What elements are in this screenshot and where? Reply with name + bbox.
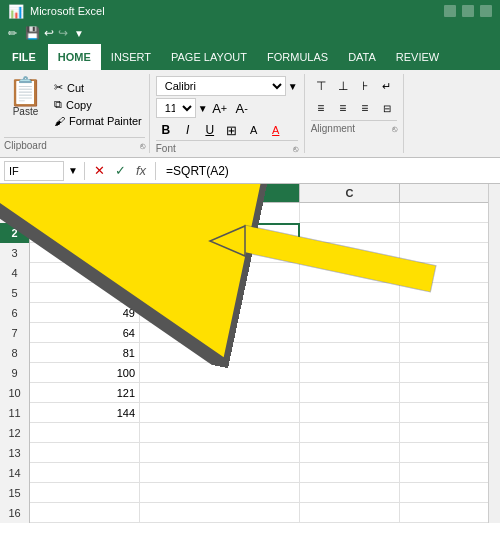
clipboard-expand-icon[interactable]: ⎋ (140, 141, 145, 151)
cell-b12[interactable] (140, 423, 300, 443)
cell-a13[interactable] (30, 443, 140, 463)
align-right-button[interactable]: ≡ (355, 98, 375, 118)
cell-b8[interactable] (140, 343, 300, 363)
close-icon[interactable] (480, 5, 492, 17)
border-button[interactable]: ⊞ (222, 120, 242, 140)
tab-page-layout[interactable]: PAGE LAYOUT (161, 44, 257, 70)
cell-c5[interactable] (300, 283, 400, 303)
cell-b7[interactable] (140, 323, 300, 343)
cell-a6[interactable]: 49 (30, 303, 140, 323)
font-color-button[interactable]: A (266, 120, 286, 140)
font-name-dropdown[interactable]: ▼ (288, 81, 298, 92)
cell-c9[interactable] (300, 363, 400, 383)
cell-b1[interactable]: Square Root (140, 203, 300, 223)
cut-button[interactable]: ✂ Cut (51, 80, 145, 95)
cell-a14[interactable] (30, 463, 140, 483)
merge-cells-button[interactable]: ⊟ (377, 98, 397, 118)
formula-input[interactable] (162, 164, 496, 178)
font-name-select[interactable]: Calibri (156, 76, 286, 96)
quick-access-dropdown[interactable]: ▼ (74, 28, 84, 39)
cell-a16[interactable] (30, 503, 140, 523)
redo-icon[interactable]: ↪ (58, 26, 68, 40)
cell-c4[interactable] (300, 263, 400, 283)
cell-b11[interactable] (140, 403, 300, 423)
cell-b16[interactable] (140, 503, 300, 523)
cell-b5[interactable] (140, 283, 300, 303)
align-center-button[interactable]: ≡ (333, 98, 353, 118)
cell-c6[interactable] (300, 303, 400, 323)
font-group: Calibri ▼ 11 ▼ A+ A- B I U ⊞ A A Font ⎋ (150, 74, 305, 153)
alignment-buttons-row2: ≡ ≡ ≡ ⊟ (311, 98, 397, 118)
cell-c14[interactable] (300, 463, 400, 483)
paste-button[interactable]: 📋 Paste (4, 76, 47, 119)
cell-reference-box[interactable]: IF (4, 161, 64, 181)
cell-b9[interactable] (140, 363, 300, 383)
font-size-increase-button[interactable]: A+ (210, 98, 230, 118)
ribbon: 📋 Paste ✂ Cut ⧉ Copy 🖌 Format Painter C (0, 70, 500, 158)
fill-color-button[interactable]: A (244, 120, 264, 140)
cell-a15[interactable] (30, 483, 140, 503)
cell-c12[interactable] (300, 423, 400, 443)
cell-c1[interactable] (300, 203, 400, 223)
cell-a11[interactable]: 144 (30, 403, 140, 423)
cell-c13[interactable] (300, 443, 400, 463)
cell-a9[interactable]: 100 (30, 363, 140, 383)
tab-formulas[interactable]: FORMULAS (257, 44, 338, 70)
copy-button[interactable]: ⧉ Copy (51, 97, 145, 112)
font-size-dropdown[interactable]: ▼ (198, 103, 208, 114)
cell-b4[interactable] (140, 263, 300, 283)
cell-a4[interactable]: 25 (30, 263, 140, 283)
alignment-expand-icon[interactable]: ⎋ (392, 124, 397, 134)
font-size-select[interactable]: 11 (156, 98, 196, 118)
underline-button[interactable]: U (200, 120, 220, 140)
text-wrap-button[interactable]: ↵ (377, 76, 397, 96)
cell-ref-dropdown[interactable]: ▼ (68, 165, 78, 176)
confirm-formula-icon[interactable]: ✓ (112, 163, 129, 178)
cell-c2[interactable] (300, 223, 400, 243)
cell-b3[interactable] (140, 243, 300, 263)
font-size-decrease-button[interactable]: A- (232, 98, 252, 118)
align-left-button[interactable]: ≡ (311, 98, 331, 118)
cell-c8[interactable] (300, 343, 400, 363)
maximize-icon[interactable] (462, 5, 474, 17)
cell-c10[interactable] (300, 383, 400, 403)
cancel-formula-icon[interactable]: ✕ (91, 163, 108, 178)
vertical-scrollbar[interactable] (488, 184, 500, 523)
cell-b2[interactable]: =SQRT(A2) (140, 223, 300, 243)
align-top-button[interactable]: ⊤ (311, 76, 331, 96)
cell-b14[interactable] (140, 463, 300, 483)
row-number: 2 (0, 223, 30, 243)
cell-b15[interactable] (140, 483, 300, 503)
align-bottom-button[interactable]: ⊦ (355, 76, 375, 96)
undo-icon[interactable]: ↩ (44, 26, 54, 40)
cell-a3[interactable]: 16 (30, 243, 140, 263)
cell-a10[interactable]: 121 (30, 383, 140, 403)
save-icon[interactable]: 💾 (25, 26, 40, 40)
cell-b10[interactable] (140, 383, 300, 403)
format-painter-button[interactable]: 🖌 Format Painter (51, 114, 145, 128)
cell-b13[interactable] (140, 443, 300, 463)
cell-c11[interactable] (300, 403, 400, 423)
cell-c15[interactable] (300, 483, 400, 503)
cell-a2[interactable]: 9 (30, 223, 140, 243)
italic-button[interactable]: I (178, 120, 198, 140)
tab-home[interactable]: HOME (48, 44, 101, 70)
cell-c16[interactable] (300, 503, 400, 523)
cell-a12[interactable] (30, 423, 140, 443)
cell-a5[interactable]: 36 (30, 283, 140, 303)
tab-insert[interactable]: INSERT (101, 44, 161, 70)
cell-c3[interactable] (300, 243, 400, 263)
align-middle-button[interactable]: ⊥ (333, 76, 353, 96)
cell-b6[interactable] (140, 303, 300, 323)
font-expand-icon[interactable]: ⎋ (293, 144, 298, 154)
tab-data[interactable]: DATA (338, 44, 386, 70)
cell-c7[interactable] (300, 323, 400, 343)
minimize-icon[interactable] (444, 5, 456, 17)
cell-a8[interactable]: 81 (30, 343, 140, 363)
tab-file[interactable]: FILE (0, 44, 48, 70)
cell-a7[interactable]: 64 (30, 323, 140, 343)
cell-a1[interactable]: Original Number (30, 203, 140, 223)
bold-button[interactable]: B (156, 120, 176, 140)
table-row: 6 49 (0, 303, 488, 323)
tab-review[interactable]: REVIEW (386, 44, 449, 70)
